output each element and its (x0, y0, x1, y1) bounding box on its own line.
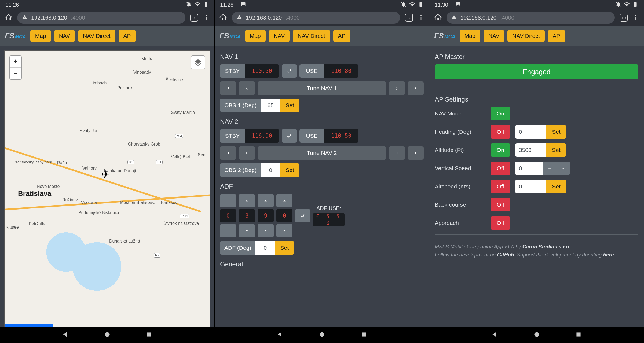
recents-icon[interactable] (146, 331, 153, 339)
heading-set-button[interactable]: Set (546, 125, 566, 139)
nav2-stby-freq[interactable]: 116.90 (245, 129, 279, 143)
recents-icon[interactable] (360, 331, 367, 339)
vs-label: Vertical Speed (435, 165, 486, 172)
ap-engaged-button[interactable]: Engaged (435, 64, 638, 79)
dnd-icon (186, 1, 192, 9)
nav2-coarse-down[interactable] (220, 146, 236, 160)
svg-rect-14 (576, 332, 580, 336)
vs-toggle[interactable]: Off (491, 162, 510, 175)
obs1-label: OBS 1 (Deg) (220, 99, 261, 112)
altitude-set-button[interactable]: Set (546, 143, 566, 157)
nav1-use-label: USE (299, 64, 324, 78)
vs-plus-button[interactable]: + (543, 162, 557, 175)
park-label: Bratislavský lesný park (14, 160, 52, 164)
home-icon[interactable] (434, 13, 442, 22)
vs-input[interactable] (515, 162, 543, 175)
adf-set-button[interactable]: Set (275, 241, 294, 255)
adf-d1-up[interactable] (239, 194, 255, 207)
tab-ap[interactable]: AP (333, 30, 350, 42)
nav2-stby-label: STBY (220, 129, 245, 143)
nav1-swap-button[interactable] (282, 64, 297, 78)
map-canvas[interactable]: + − ✈ Bratislava Modra Pezinok Limbach V… (4, 50, 210, 339)
adf-title: ADF (220, 183, 424, 190)
adf-d3-up[interactable] (276, 194, 292, 207)
nav2-fine-up[interactable] (389, 146, 405, 160)
nav1-coarse-down[interactable] (220, 81, 236, 95)
tab-count[interactable]: 10 (190, 14, 198, 22)
back-icon[interactable] (491, 331, 498, 339)
city-label: Bratislava (18, 189, 51, 198)
more-icon[interactable] (203, 14, 210, 21)
city-label: Nové Mesto (37, 184, 60, 189)
ap-master-title: AP Master (435, 53, 638, 61)
url-input[interactable]: 192.168.0.120:4000 (447, 12, 615, 24)
heading-toggle[interactable]: Off (491, 125, 510, 139)
tab-count[interactable]: 10 (620, 14, 628, 22)
tab-navdirect[interactable]: NAV Direct (293, 30, 330, 42)
layers-button[interactable] (191, 55, 205, 69)
tab-nav[interactable]: NAV (54, 30, 75, 42)
back-icon[interactable] (62, 331, 69, 339)
url-host: 192.168.0.120 (246, 14, 282, 21)
airspeed-label: Airspeed (Kts) (435, 183, 486, 190)
nav2-fine-down[interactable] (239, 146, 255, 160)
tab-map[interactable]: Map (460, 30, 480, 42)
tab-navdirect[interactable]: NAV Direct (78, 30, 115, 42)
adf-d3-down[interactable] (276, 224, 292, 237)
home-icon[interactable] (5, 13, 12, 22)
navmode-toggle[interactable]: On (491, 107, 510, 120)
home-nav-icon[interactable] (319, 331, 325, 339)
tab-map[interactable]: Map (30, 30, 51, 42)
url-input[interactable]: 192.168.0.120:4000 (232, 12, 400, 24)
nav2-coarse-up[interactable] (408, 146, 424, 160)
approach-toggle[interactable]: Off (491, 216, 510, 230)
altitude-input[interactable] (515, 143, 546, 157)
airspeed-input[interactable] (515, 180, 546, 193)
android-nav-bar (429, 327, 644, 343)
vs-minus-button[interactable]: - (557, 162, 570, 175)
back-icon[interactable] (277, 331, 284, 339)
home-nav-icon[interactable] (104, 331, 111, 339)
obs1-value[interactable]: 65 (261, 99, 280, 112)
url-input[interactable]: 192.168.0.120:4000 (17, 12, 185, 24)
tab-map[interactable]: Map (245, 30, 266, 42)
nav2-use-label: USE (299, 129, 324, 143)
svg-point-0 (206, 15, 207, 16)
github-link[interactable]: GitHub (497, 252, 514, 258)
home-icon[interactable] (219, 13, 227, 22)
tab-nav[interactable]: NAV (484, 30, 504, 42)
tab-ap[interactable]: AP (548, 30, 565, 42)
zoom-in-button[interactable]: + (10, 56, 21, 68)
altitude-toggle[interactable]: On (491, 143, 510, 157)
tab-navdirect[interactable]: NAV Direct (507, 30, 544, 42)
nav2-tune-label: Tune NAV 2 (258, 146, 386, 160)
more-icon[interactable] (418, 14, 424, 21)
nav1-fine-down[interactable] (239, 81, 255, 95)
heading-input[interactable] (515, 125, 546, 139)
obs1-set-button[interactable]: Set (280, 99, 299, 112)
obs2-value[interactable]: 0 (261, 163, 280, 177)
adf-d2-down[interactable] (258, 224, 274, 237)
more-icon[interactable] (632, 14, 639, 21)
tab-ap[interactable]: AP (119, 30, 136, 42)
recents-icon[interactable] (575, 331, 582, 339)
obs2-set-button[interactable]: Set (280, 163, 299, 177)
adf-d2-up[interactable] (258, 194, 274, 207)
nav1-stby-freq[interactable]: 110.50 (245, 64, 279, 78)
backcourse-toggle[interactable]: Off (491, 198, 510, 211)
adf-deg-value[interactable]: 0 (255, 241, 275, 255)
nav1-fine-up[interactable] (389, 81, 405, 95)
road-shield: D1 (156, 160, 163, 164)
home-nav-icon[interactable] (533, 331, 540, 339)
donate-link[interactable]: here. (603, 252, 615, 258)
zoom-out-button[interactable]: − (10, 68, 21, 79)
adf-swap-button[interactable] (295, 209, 310, 222)
airspeed-set-button[interactable]: Set (546, 180, 566, 193)
url-port: :4000 (500, 14, 514, 21)
nav2-swap-button[interactable] (282, 129, 297, 143)
airspeed-toggle[interactable]: Off (491, 180, 510, 193)
adf-d1-down[interactable] (239, 224, 255, 237)
tab-count[interactable]: 10 (405, 14, 413, 22)
nav1-coarse-up[interactable] (408, 81, 424, 95)
tab-nav[interactable]: NAV (269, 30, 290, 42)
